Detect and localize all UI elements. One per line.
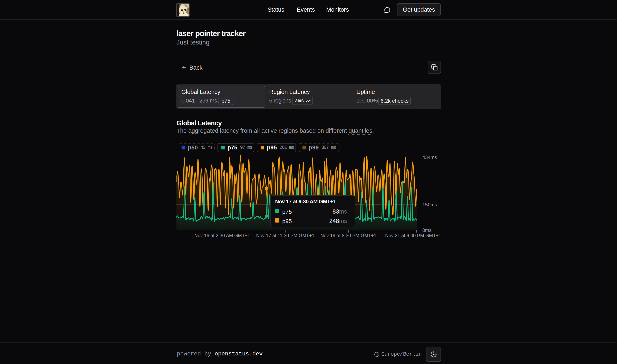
svg-text:150ms: 150ms [422,202,437,208]
svg-text:434ms: 434ms [422,155,437,160]
svg-text:Nov 17 at 11:30 PM GMT+1: Nov 17 at 11:30 PM GMT+1 [256,233,314,238]
svg-text:Nov 21 at 9:00 PM GMT+1: Nov 21 at 9:00 PM GMT+1 [385,233,441,238]
svg-text:Nov 16 at 2:30 AM GMT+1: Nov 16 at 2:30 AM GMT+1 [195,233,250,238]
svg-text:0ms: 0ms [422,227,432,233]
svg-text:Nov 19 at 8:30 PM GMT+1: Nov 19 at 8:30 PM GMT+1 [320,233,376,238]
